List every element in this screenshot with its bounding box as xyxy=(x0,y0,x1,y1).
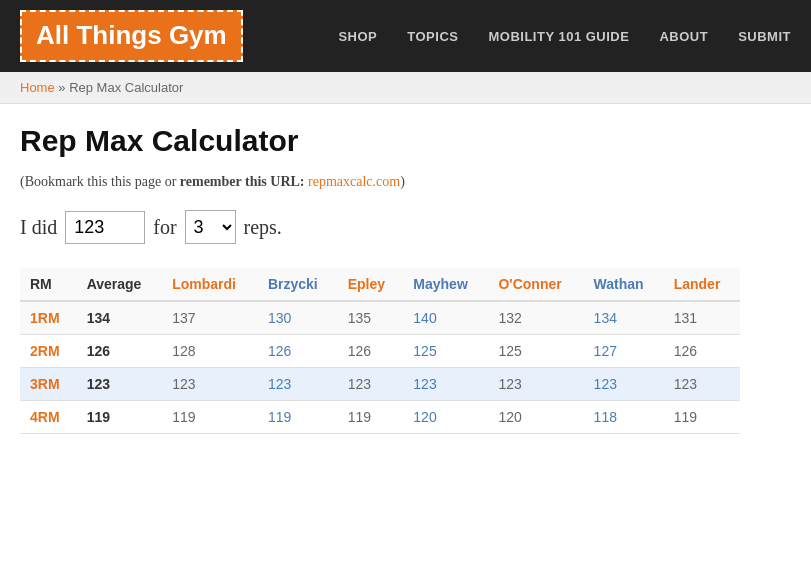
page-title: Rep Max Calculator xyxy=(20,124,740,158)
cell-rm: 2RM xyxy=(20,335,77,368)
main-nav: SHOPTOPICSMOBILITY 101 GUIDEABOUTSUBMIT xyxy=(338,29,791,44)
nav-item-about[interactable]: ABOUT xyxy=(659,29,708,44)
cell-lander: 126 xyxy=(664,335,740,368)
cell-rm: 3RM xyxy=(20,368,77,401)
cell-rm: 1RM xyxy=(20,301,77,335)
cell-o-conner: 125 xyxy=(488,335,583,368)
col-header-average: Average xyxy=(77,268,162,301)
site-header: All Things Gym SHOPTOPICSMOBILITY 101 GU… xyxy=(0,0,811,72)
table-row: 1RM134137130135140132134131 xyxy=(20,301,740,335)
cell-average: 119 xyxy=(77,401,162,434)
table-header: RMAverageLombardiBrzyckiEpleyMayhewO'Con… xyxy=(20,268,740,301)
nav-item-shop[interactable]: SHOP xyxy=(338,29,377,44)
header-row: RMAverageLombardiBrzyckiEpleyMayhewO'Con… xyxy=(20,268,740,301)
col-header-epley: Epley xyxy=(338,268,404,301)
cell-epley: 135 xyxy=(338,301,404,335)
cell-wathan: 118 xyxy=(584,401,664,434)
cell-lombardi: 128 xyxy=(162,335,258,368)
cell-lombardi: 137 xyxy=(162,301,258,335)
reps-select[interactable]: 12345678910 xyxy=(185,210,236,244)
cell-lombardi: 123 xyxy=(162,368,258,401)
col-header-lombardi: Lombardi xyxy=(162,268,258,301)
cell-average: 134 xyxy=(77,301,162,335)
cell-brzycki: 123 xyxy=(258,368,338,401)
cell-o-conner: 132 xyxy=(488,301,583,335)
breadcrumb: Home » Rep Max Calculator xyxy=(0,72,811,104)
table-row: 4RM119119119119120120118119 xyxy=(20,401,740,434)
calculator-row: I did for 12345678910 reps. xyxy=(20,210,740,244)
cell-lander: 119 xyxy=(664,401,740,434)
col-header-brzycki: Brzycki xyxy=(258,268,338,301)
breadcrumb-separator: » xyxy=(58,80,69,95)
cell-brzycki: 130 xyxy=(258,301,338,335)
col-header-wathan: Wathan xyxy=(584,268,664,301)
table-row: 2RM126128126126125125127126 xyxy=(20,335,740,368)
weight-input[interactable] xyxy=(65,211,145,244)
cell-average: 123 xyxy=(77,368,162,401)
col-header-rm: RM xyxy=(20,268,77,301)
cell-epley: 126 xyxy=(338,335,404,368)
col-header-lander: Lander xyxy=(664,268,740,301)
nav-item-topics[interactable]: TOPICS xyxy=(407,29,458,44)
nav-item-submit[interactable]: SUBMIT xyxy=(738,29,791,44)
cell-brzycki: 119 xyxy=(258,401,338,434)
calc-middle: for xyxy=(153,216,176,239)
site-logo[interactable]: All Things Gym xyxy=(20,10,243,61)
cell-rm: 4RM xyxy=(20,401,77,434)
repmaxcalc-link[interactable]: repmaxcalc.com xyxy=(308,174,400,189)
nav-item-mobility-101-guide[interactable]: MOBILITY 101 GUIDE xyxy=(488,29,629,44)
cell-lander: 123 xyxy=(664,368,740,401)
calc-suffix: reps. xyxy=(244,216,282,239)
table-body: 1RM1341371301351401321341312RM1261281261… xyxy=(20,301,740,434)
cell-o-conner: 120 xyxy=(488,401,583,434)
cell-wathan: 123 xyxy=(584,368,664,401)
cell-mayhew: 125 xyxy=(403,335,488,368)
col-header-mayhew: Mayhew xyxy=(403,268,488,301)
table-row: 3RM123123123123123123123123 xyxy=(20,368,740,401)
bookmark-note: (Bookmark this this page or remember thi… xyxy=(20,174,740,190)
cell-wathan: 134 xyxy=(584,301,664,335)
calc-prefix: I did xyxy=(20,216,57,239)
cell-epley: 123 xyxy=(338,368,404,401)
results-table: RMAverageLombardiBrzyckiEpleyMayhewO'Con… xyxy=(20,268,740,434)
cell-lombardi: 119 xyxy=(162,401,258,434)
cell-epley: 119 xyxy=(338,401,404,434)
breadcrumb-current: Rep Max Calculator xyxy=(69,80,183,95)
main-content: Rep Max Calculator (Bookmark this this p… xyxy=(0,104,760,454)
cell-mayhew: 140 xyxy=(403,301,488,335)
cell-mayhew: 120 xyxy=(403,401,488,434)
cell-mayhew: 123 xyxy=(403,368,488,401)
cell-brzycki: 126 xyxy=(258,335,338,368)
cell-average: 126 xyxy=(77,335,162,368)
cell-lander: 131 xyxy=(664,301,740,335)
col-header-o-conner: O'Conner xyxy=(488,268,583,301)
cell-wathan: 127 xyxy=(584,335,664,368)
cell-o-conner: 123 xyxy=(488,368,583,401)
breadcrumb-home[interactable]: Home xyxy=(20,80,55,95)
